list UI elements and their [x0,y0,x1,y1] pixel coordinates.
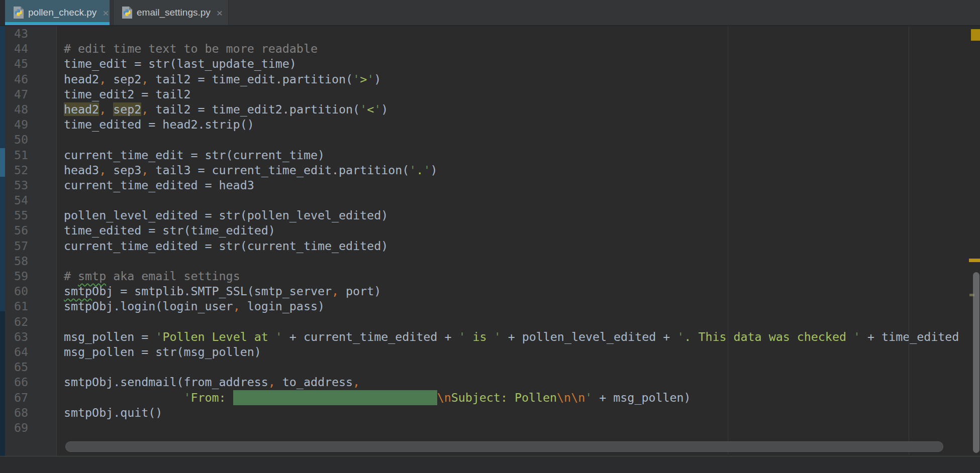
line-number[interactable]: 43 [9,26,28,41]
line-number[interactable]: 57 [9,239,28,254]
code-token: Subject: Pollen [451,391,557,404]
code-line[interactable] [57,314,980,329]
tab-pollen-check[interactable]: pollen_check.py × [5,0,110,25]
code-editor-area[interactable]: # edit time text to be more readabletime… [57,26,980,456]
code-line[interactable]: head3, sep3, tail3 = current_time_edit.p… [57,163,980,178]
line-number[interactable]: 64 [9,344,28,360]
code-token: , [233,299,240,313]
code-token: , [141,102,148,116]
window-bottom-strip [0,456,980,473]
line-number[interactable]: 51 [9,148,28,163]
code-token: current_time_edited = head3 [64,178,254,192]
code-line[interactable] [57,420,980,435]
code-token: ' [367,72,374,86]
code-token: tail3 = current_time_edit.partition( [148,163,409,177]
line-number[interactable]: 67 [9,390,28,405]
code-token [106,102,113,116]
line-number[interactable]: 50 [9,132,28,147]
line-number[interactable]: 47 [9,87,28,102]
background-window-sliver-highlight [0,148,5,177]
code-token: smtp [64,284,92,298]
vertical-scrollbar-thumb[interactable] [973,272,979,453]
code-token: ' [677,330,684,343]
code-line[interactable]: pollen_level_edited = str(pollen_level_e… [57,208,980,223]
code-line[interactable]: msg_pollen = str(msg_pollen) [57,344,980,360]
line-number[interactable]: 53 [9,178,28,193]
line-number[interactable]: 59 [9,269,28,284]
tab-close-icon[interactable]: × [103,8,109,18]
code-line[interactable]: # edit time text to be more readable [57,41,980,56]
line-number[interactable]: 66 [9,375,28,390]
warning-dash-icon[interactable] [969,259,980,262]
code-line[interactable] [57,26,980,41]
code-token: head2 [64,102,99,116]
tab-label: email_settings.py [137,7,211,18]
code-token: ' [183,391,190,404]
line-number[interactable]: 55 [9,208,28,223]
line-number[interactable]: 69 [9,420,28,435]
code-token: head3 [64,163,99,177]
code-line[interactable]: head2, sep2, tail2 = time_edit2.partitio… [57,102,980,117]
warning-square-icon[interactable] [971,29,980,41]
line-number[interactable]: 62 [9,314,28,329]
code-token: , [99,72,106,86]
code-token: , [332,284,339,298]
code-line[interactable] [57,360,980,375]
code-line[interactable] [57,132,980,147]
python-file-icon [122,6,133,19]
background-window-sliver-shadow [0,311,5,456]
code-line[interactable]: smtpObj.quit() [57,405,980,420]
tab-bar-left-corner [0,0,5,26]
code-token: current_time_edit = str(current_time) [64,148,325,162]
tab-close-icon[interactable]: × [217,8,223,18]
code-line[interactable]: smtpObj.login(login_user, login_pass) [57,299,980,314]
line-number[interactable]: 58 [9,254,28,269]
code-token: ' [275,330,282,343]
editor-gutter[interactable]: 4344454647484950515253545556575859606162… [5,26,57,456]
code-line[interactable]: time_edited = str(time_edited) [57,223,980,238]
line-number[interactable]: 44 [9,41,28,56]
code-line[interactable]: 'From: \nSubject: Pollen\n\n' + msg_poll… [57,390,980,405]
line-number[interactable]: 63 [9,329,28,344]
code-token: + msg_pollen) [592,391,691,404]
code-token: \n [437,391,451,404]
code-line[interactable] [57,193,980,208]
code-line[interactable]: time_edit2 = tail2 [57,87,980,102]
line-number[interactable]: 61 [9,299,28,314]
code-line[interactable]: smtpObj = smtplib.SMTP_SSL(smtp_server, … [57,284,980,299]
code-token: ' [423,163,430,177]
line-number[interactable]: 60 [9,284,28,299]
code-token: ' [458,330,465,343]
code-token: time_edit = str(last_update_time) [64,57,297,70]
code-line[interactable] [57,254,980,269]
code-line[interactable]: time_edit = str(last_update_time) [57,56,980,71]
line-number[interactable]: 54 [9,193,28,208]
line-number[interactable]: 48 [9,102,28,117]
line-number[interactable]: 65 [9,360,28,375]
code-line[interactable]: msg_pollen = 'Pollen Level at ' + curren… [57,329,980,344]
line-number[interactable]: 45 [9,56,28,71]
code-line[interactable]: smtpObj.sendmail(from_address, to_addres… [57,375,980,390]
code-line[interactable]: time_edited = head2.strip() [57,117,980,132]
code-token: pollen_level_edited = str(pollen_level_e… [64,208,388,222]
code-token: + pollen_level_edited + [501,330,677,343]
code-token: , [141,163,148,177]
code-line[interactable]: current_time_edited = str(current_time_e… [57,239,980,254]
code-line[interactable]: current_time_edited = head3 [57,178,980,193]
line-number[interactable]: 49 [9,117,28,132]
line-number[interactable]: 52 [9,163,28,178]
code-line[interactable]: current_time_edit = str(current_time) [57,148,980,163]
code-token: ' [374,102,381,116]
horizontal-scrollbar-thumb[interactable] [65,441,943,452]
code-line[interactable]: # smtp aka email settings [57,269,980,284]
tab-email-settings[interactable]: email_settings.py × [113,0,229,25]
code-token: ' [585,391,592,404]
code-line[interactable]: head2, sep2, tail2 = time_edit.partition… [57,72,980,87]
line-number[interactable]: 56 [9,223,28,238]
line-number[interactable]: 46 [9,72,28,87]
code-token: , [141,72,148,86]
line-number[interactable]: 68 [9,405,28,420]
code-token: sep2 [113,102,141,116]
code-token: ' [494,330,501,343]
code-token: port) [339,284,381,298]
